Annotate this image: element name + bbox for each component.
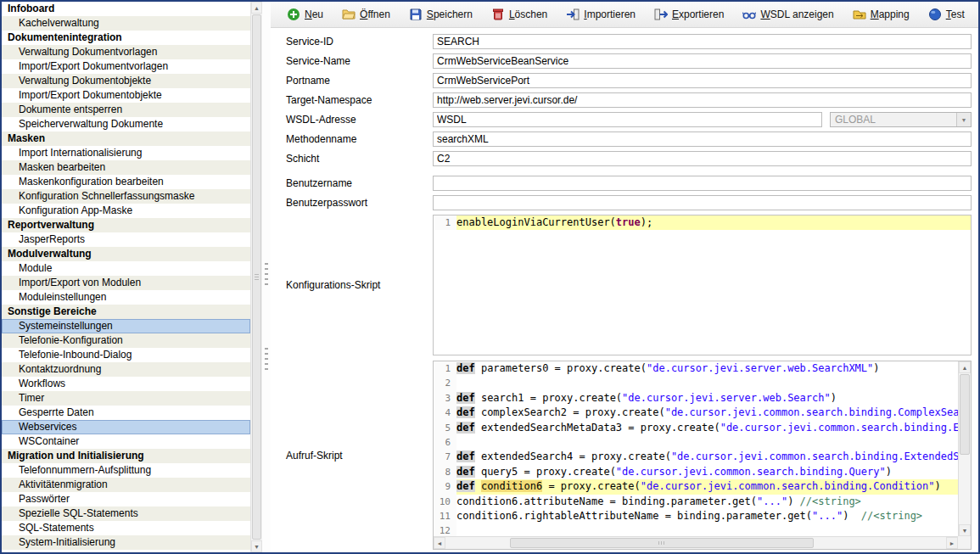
line-number: 4 [434, 406, 456, 420]
test-button[interactable]: Test [921, 5, 972, 24]
sidebar-item-import-internationalisierung[interactable]: Import Internationalisierung [2, 146, 250, 160]
service-id-input[interactable] [433, 34, 972, 49]
wsdl-adresse-dropdown[interactable]: GLOBAL▼ [830, 112, 972, 127]
editor-vertical-scrollbar[interactable]: ▲ ▼ [958, 361, 971, 536]
sidebar-item-telefonie-konfiguration[interactable]: Telefonie-Konfiguration [2, 333, 250, 348]
scroll-up-icon[interactable]: ▲ [959, 361, 971, 373]
toolbar-button-label: Speichern [427, 8, 473, 20]
sidebar-item-sonstige-bereiche[interactable]: Sonstige Bereiche [2, 305, 250, 319]
sidebar-item-masken[interactable]: Masken [2, 132, 250, 146]
exportieren-button[interactable]: Exportieren [647, 5, 731, 24]
code-text [456, 523, 958, 536]
konfigurations-skript-editor[interactable]: 1enableLoginViaCurrentUser(true); [433, 215, 972, 355]
service-name-input[interactable] [433, 53, 972, 69]
oeffnen-button[interactable]: Öffnen [334, 5, 398, 24]
test-ball-icon [928, 8, 942, 21]
aufruf-skript-editor[interactable]: 1def parameters0 = proxy.create("de.curs… [433, 361, 972, 550]
sidebar-item-passwoerter[interactable]: Passwörter [2, 492, 250, 506]
sidebar-item-konfiguration-schnellerfassungsmaske[interactable]: Konfiguration Schnellerfassungsmaske [2, 189, 250, 204]
sidebar-item-sql-statements[interactable]: SQL-Statements [2, 521, 250, 535]
sidebar: InfoboardKachelverwaltungDokumenteninteg… [2, 2, 262, 552]
line-number: 3 [434, 391, 456, 406]
speichern-button[interactable]: Speichern [401, 5, 480, 24]
sidebar-item-konfiguration-app-maske[interactable]: Konfiguration App-Maske [2, 204, 250, 218]
sidebar-splitter[interactable] [262, 2, 271, 552]
line-number: 12 [434, 523, 456, 536]
sidebar-item-import-export-dokumentvorlagen[interactable]: Import/Export Dokumentvorlagen [2, 59, 250, 74]
sidebar-item-aktivitaetenmigration[interactable]: Aktivitätenmigration [2, 478, 250, 492]
sidebar-item-moduleinstellungen[interactable]: Moduleinstellungen [2, 290, 250, 305]
code-text: def complexSearch2 = proxy.create("de.cu… [456, 406, 958, 420]
scroll-down-icon[interactable]: ▼ [959, 524, 971, 536]
sidebar-item-spezielle-sql-statements[interactable]: Spezielle SQL-Statements [2, 506, 250, 521]
wsdl-adresse-row: WSDL-AdresseGLOBAL▼ [286, 112, 972, 127]
benutzerpasswort-input[interactable] [433, 195, 972, 210]
sidebar-item-timer[interactable]: Timer [2, 391, 250, 406]
sidebar-scrollbar[interactable]: ▲ ▼ [250, 2, 262, 552]
sidebar-item-maskenkonfiguration-bearbeiten[interactable]: Maskenkonfiguration bearbeiten [2, 175, 250, 189]
code-area[interactable]: 1enableLoginViaCurrentUser(true); [434, 215, 971, 355]
scroll-left-icon[interactable]: ◄ [434, 537, 445, 549]
sidebar-item-verwaltung-dokumentvorlagen[interactable]: Verwaltung Dokumentvorlagen [2, 45, 250, 59]
code-text: def condition6 = proxy.create("de.cursor… [456, 479, 958, 494]
sidebar-item-kachelverwaltung[interactable]: Kachelverwaltung [2, 16, 250, 31]
line-number: 5 [434, 421, 456, 435]
sidebar-item-module[interactable]: Module [2, 261, 250, 276]
field-label-benutzername: Benutzername [286, 176, 433, 191]
importieren-button[interactable]: Importieren [558, 5, 643, 24]
methodenname-input[interactable] [433, 132, 972, 147]
target-namespace-row: Target-Namespace [286, 92, 972, 108]
schicht-input[interactable] [433, 151, 972, 166]
code-line: 7def extendedSearch4 = proxy.create("de.… [434, 450, 958, 464]
sidebar-item-workflows[interactable]: Workflows [2, 377, 250, 391]
sidebar-item-speicherverwaltung-dokumente[interactable]: Speicherverwaltung Dokumente [2, 117, 250, 132]
sidebar-item-dokumentenintegration[interactable]: Dokumentenintegration [2, 31, 250, 45]
sidebar-item-telefonie-inbound-dialog[interactable]: Telefonie-Inbound-Dialog [2, 348, 250, 362]
sidebar-item-gesperrte-daten[interactable]: Gesperrte Daten [2, 406, 250, 420]
code-area[interactable]: 1def parameters0 = proxy.create("de.curs… [434, 361, 958, 536]
sidebar-item-jasperreports[interactable]: JasperReports [2, 232, 250, 247]
sidebar-item-migration-und-initialisierung[interactable]: Migration und Initialisierung [2, 449, 250, 463]
sidebar-item-import-export-von-modulen[interactable]: Import/Export von Modulen [2, 276, 250, 290]
webservice-form: Service-IDService-NamePortnameTarget-Nam… [271, 28, 978, 552]
neu-button[interactable]: Neu [279, 5, 331, 24]
sidebar-item-import-export-dokumentobjekte[interactable]: Import/Export Dokumentobjekte [2, 88, 250, 103]
code-line: 11condition6.rightableAttributeName = bi… [434, 509, 958, 523]
sidebar-item-dokumente-entsperren[interactable]: Dokumente entsperren [2, 103, 250, 117]
sidebar-item-systemeinstellungen[interactable]: Systemeinstellungen [2, 319, 250, 333]
target-namespace-input[interactable] [433, 92, 972, 108]
mapping-button[interactable]: Mapping [845, 5, 917, 24]
field-label-schicht: Schicht [286, 151, 433, 166]
code-text: condition6.rightableAttributeName = bind… [456, 509, 958, 523]
wsdl-anzeigen-button[interactable]: WSDL anzeigen [735, 5, 841, 24]
scroll-down-icon[interactable]: ▼ [251, 540, 262, 552]
scrollbar-thumb[interactable] [960, 374, 970, 455]
toolbar-button-label: Mapping [871, 8, 910, 20]
sidebar-item-reportverwaltung[interactable]: Reportverwaltung [2, 218, 250, 232]
scrollbar-thumb[interactable] [252, 14, 261, 540]
sidebar-item-masken-bearbeiten[interactable]: Masken bearbeiten [2, 160, 250, 175]
scrollbar-thumb[interactable] [510, 538, 814, 548]
scroll-up-icon[interactable]: ▲ [251, 2, 262, 14]
sidebar-item-infoboard[interactable]: Infoboard [2, 2, 250, 16]
code-text: enableLoginViaCurrentUser(true); [456, 215, 971, 230]
sidebar-item-system-initialisierung[interactable]: System-Initialisierung [2, 535, 250, 550]
sidebar-item-webservices[interactable]: Webservices [2, 420, 250, 434]
wsdl-adresse-input[interactable] [433, 112, 822, 127]
sidebar-item-kontaktzuordnung[interactable]: Kontaktzuordnung [2, 362, 250, 377]
scrollbar-track[interactable] [251, 14, 262, 540]
loeschen-button[interactable]: Löschen [484, 5, 555, 24]
field-label-wsdl-adresse: WSDL-Adresse [286, 112, 433, 127]
portname-input[interactable] [433, 73, 972, 88]
benutzername-input[interactable] [433, 176, 972, 191]
sidebar-item-wscontainer[interactable]: WSContainer [2, 434, 250, 449]
code-line: 6 [434, 435, 958, 450]
scroll-right-icon[interactable]: ► [946, 537, 958, 549]
code-line: 5def extendedSearchMetaData3 = proxy.cre… [434, 421, 958, 435]
sidebar-item-modulverwaltung[interactable]: Modulverwaltung [2, 247, 250, 261]
sidebar-item-telefonnummern-aufsplittung[interactable]: Telefonnummern-Aufsplittung [2, 463, 250, 478]
editor-horizontal-scrollbar[interactable]: ◄ ► [434, 536, 958, 549]
sidebar-item-verwaltung-dokumentobjekte[interactable]: Verwaltung Dokumentobjekte [2, 74, 250, 88]
code-line: 12 [434, 523, 958, 536]
chevron-down-icon[interactable]: ▼ [956, 113, 971, 126]
